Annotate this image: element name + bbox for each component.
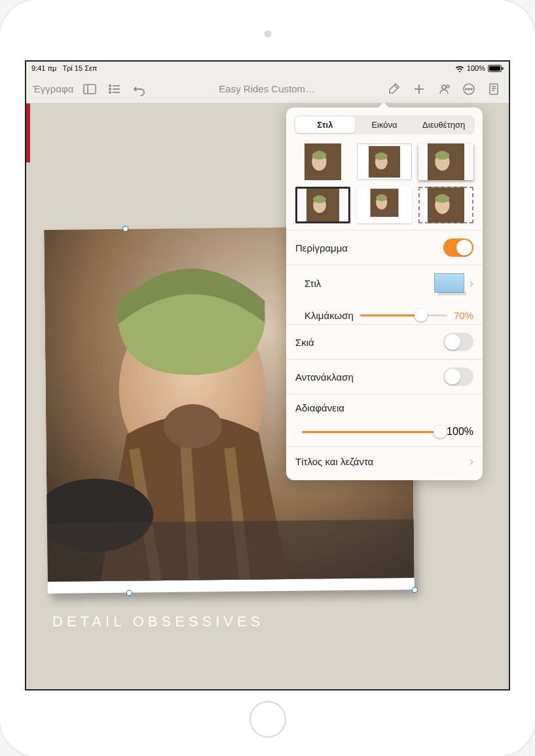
svg-rect-3 [84,85,96,94]
documents-back-button[interactable]: Έγγραφα [33,83,73,94]
shadow-label: Σκιά [295,337,314,348]
svg-point-7 [109,88,111,89]
border-style-row[interactable]: Στιλ › [286,265,483,301]
opacity-row: 100% [286,421,483,446]
svg-point-14 [447,85,449,88]
status-bar: 9:41 πμ Τρί 15 Σεπ 100% [26,62,509,75]
style-preset-5[interactable] [357,187,412,223]
opacity-value[interactable]: 100% [447,426,473,438]
battery-icon [488,65,504,72]
svg-point-9 [109,91,111,92]
svg-point-13 [442,85,446,89]
border-style-swatch [434,273,464,293]
chevron-right-icon: › [470,276,473,290]
home-button[interactable] [249,701,286,738]
status-time: 9:41 πμ [31,64,56,72]
camera-dot [264,30,271,37]
svg-rect-1 [489,66,500,71]
scale-slider[interactable] [360,309,447,322]
svg-rect-38 [428,187,464,223]
chevron-right-icon: › [470,455,473,468]
status-battery-pct: 100% [467,64,485,72]
style-preset-3[interactable] [418,143,473,180]
ipad-device-frame: 9:41 πμ Τρί 15 Σεπ 100% Έγγραφα [0,0,535,756]
tab-arrange[interactable]: Διευθέτηση [414,117,473,133]
collaborate-icon[interactable] [435,81,452,98]
reflection-row: Αντανάκλαση [286,359,483,394]
style-preset-1[interactable] [295,143,350,180]
title-caption-row[interactable]: Τίτλος και λεζάντα › [286,446,483,476]
caption-text: DETAIL OBSESSIVES [46,601,413,642]
status-date: Τρί 15 Σεπ [62,64,97,72]
more-icon[interactable] [460,81,477,98]
scale-value[interactable]: 70% [454,310,473,321]
list-icon[interactable] [106,81,123,98]
reflection-toggle[interactable] [443,368,473,386]
svg-point-5 [109,85,111,86]
status-right: 100% [455,64,504,72]
opacity-label: Αδιαφάνεια [295,402,344,413]
style-presets-grid [286,141,483,230]
svg-rect-19 [490,84,498,94]
svg-rect-2 [502,67,504,69]
scale-row: Κλιμάκωση 70% [286,301,483,324]
selection-handle-bottom-right[interactable] [412,587,418,593]
style-preset-6[interactable] [418,187,473,223]
reflection-label: Αντανάκλαση [295,371,354,383]
add-icon[interactable] [411,81,428,98]
shadow-row: Σκιά [286,324,483,359]
style-preset-4[interactable] [295,187,350,223]
outline-toggle[interactable] [443,238,473,257]
border-style-label: Στιλ [304,278,321,289]
title-caption-label: Τίτλος και λεζάντα [295,456,373,467]
scale-label: Κλιμάκωση [304,310,354,321]
tab-style[interactable]: Στιλ [295,117,355,133]
outline-label: Περίγραμμα [295,242,348,254]
screen: 9:41 πμ Τρί 15 Σεπ 100% Έγγραφα [25,60,510,690]
selection-handle-bottom[interactable] [126,590,132,596]
outline-row: Περίγραμμα [286,230,483,265]
svg-point-16 [466,88,467,90]
shadow-toggle[interactable] [443,333,473,351]
red-accent-bar [26,104,30,162]
tab-image[interactable]: Εικόνα [355,117,415,133]
undo-icon[interactable] [131,81,148,98]
format-tabs: Στιλ Εικόνα Διευθέτηση [294,115,475,134]
wifi-icon [455,65,464,72]
opacity-slider[interactable] [302,425,440,438]
opacity-row-label: Αδιαφάνεια [286,394,483,421]
svg-rect-27 [47,520,415,582]
toolbar: Έγγραφα Easy Rides Custom… [26,75,509,104]
sidebar-toggle-icon[interactable] [81,81,98,98]
document-title[interactable]: Easy Rides Custom… [156,83,378,94]
document-settings-icon[interactable] [485,81,502,98]
format-popover: Στιλ Εικόνα Διευθέτηση Περίγραμμα Στιλ [286,107,483,480]
svg-point-18 [471,88,472,90]
selection-handle-top[interactable] [122,226,128,232]
style-preset-2[interactable] [357,143,412,180]
status-left: 9:41 πμ Τρί 15 Σεπ [31,64,97,72]
format-brush-icon[interactable] [386,81,403,98]
svg-point-39 [435,197,449,214]
svg-point-17 [468,88,470,90]
